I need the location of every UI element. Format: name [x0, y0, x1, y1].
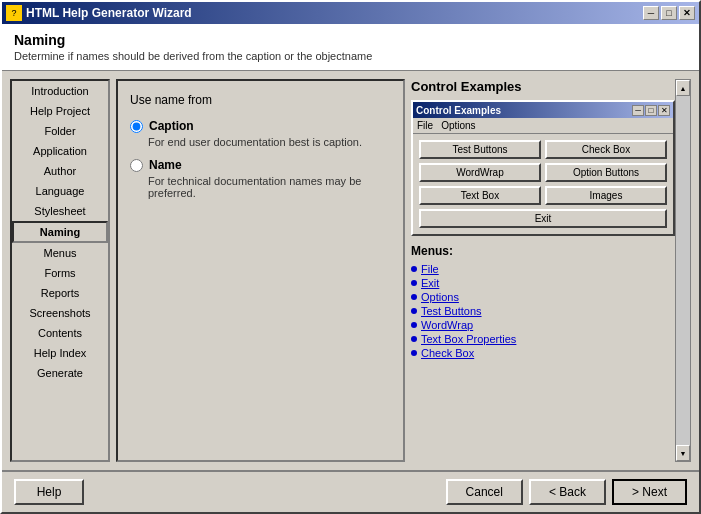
menu-item-options: Options	[411, 290, 675, 304]
sidebar-item-naming[interactable]: Naming	[12, 221, 108, 243]
sidebar-item-screenshots[interactable]: Screenshots	[12, 303, 108, 323]
sidebar-item-stylesheet[interactable]: Stylesheet	[12, 201, 108, 221]
sidebar-item-help-index[interactable]: Help Index	[12, 343, 108, 363]
menu-item-text-file[interactable]: File	[421, 263, 439, 275]
sidebar-item-application[interactable]: Application	[12, 141, 108, 161]
inner-btn-check-box[interactable]: Check Box	[545, 140, 667, 159]
sidebar-item-folder[interactable]: Folder	[12, 121, 108, 141]
inner-buttons-area: Test Buttons Check Box WordWrap Option B…	[413, 134, 673, 234]
inner-btn-wordwrap[interactable]: WordWrap	[419, 163, 541, 182]
inner-window-controls: ─ □ ✕	[632, 105, 670, 116]
caption-radio[interactable]	[130, 120, 143, 133]
sidebar-item-help-project[interactable]: Help Project	[12, 101, 108, 121]
sidebar: Introduction Help Project Folder Applica…	[10, 79, 110, 462]
inner-menu-bar: File Options	[413, 118, 673, 134]
radio-group: Caption For end user documentation best …	[130, 119, 391, 199]
right-scrollbar: ▲ ▼	[675, 79, 691, 462]
window-title: HTML Help Generator Wizard	[26, 6, 192, 20]
menu-bullet	[411, 266, 417, 272]
right-panel-wrapper: Control Examples Control Examples ─ □ ✕ …	[411, 79, 691, 462]
menu-bullet	[411, 280, 417, 286]
maximize-button[interactable]: □	[661, 6, 677, 20]
inner-menu-options[interactable]: Options	[441, 120, 475, 131]
bottom-left: Help	[14, 479, 84, 505]
sidebar-item-generate[interactable]: Generate	[12, 363, 108, 383]
header: Naming Determine if names should be deri…	[2, 24, 699, 71]
sidebar-item-forms[interactable]: Forms	[12, 263, 108, 283]
menu-bullet	[411, 308, 417, 314]
menus-title: Menus:	[411, 244, 675, 258]
cancel-button[interactable]: Cancel	[446, 479, 523, 505]
sidebar-item-author[interactable]: Author	[12, 161, 108, 181]
bottom-right: Cancel < Back > Next	[446, 479, 687, 505]
menu-item-text-options[interactable]: Options	[421, 291, 459, 303]
inner-window-title: Control Examples	[416, 105, 501, 116]
menu-item-text-text-box-props[interactable]: Text Box Properties	[421, 333, 516, 345]
name-option: Name For technical documentation names m…	[130, 158, 391, 199]
sidebar-item-menus[interactable]: Menus	[12, 243, 108, 263]
window-controls: ─ □ ✕	[643, 6, 695, 20]
right-panel: Control Examples Control Examples ─ □ ✕ …	[411, 79, 675, 462]
use-name-label: Use name from	[130, 93, 391, 107]
next-button[interactable]: > Next	[612, 479, 687, 505]
scroll-up-btn[interactable]: ▲	[676, 80, 690, 96]
page-title: Naming	[14, 32, 687, 48]
menu-bullet	[411, 336, 417, 342]
inner-btn-images[interactable]: Images	[545, 186, 667, 205]
menu-bullet	[411, 350, 417, 356]
menu-item-text-box-props: Text Box Properties	[411, 332, 675, 346]
menu-item-text-exit[interactable]: Exit	[421, 277, 439, 289]
scroll-down-btn[interactable]: ▼	[676, 445, 690, 461]
menu-item-test-buttons: Test Buttons	[411, 304, 675, 318]
bottom-bar: Help Cancel < Back > Next	[2, 470, 699, 512]
inner-close-btn[interactable]: ✕	[658, 105, 670, 116]
menu-bullet	[411, 294, 417, 300]
main-window: ? HTML Help Generator Wizard ─ □ ✕ Namin…	[0, 0, 701, 514]
menus-section: Menus: File Exit Options	[411, 244, 675, 360]
name-radio[interactable]	[130, 159, 143, 172]
title-bar: ? HTML Help Generator Wizard ─ □ ✕	[2, 2, 699, 24]
middle-panel: Use name from Caption For end user docum…	[116, 79, 405, 462]
sidebar-item-introduction[interactable]: Introduction	[12, 81, 108, 101]
help-button[interactable]: Help	[14, 479, 84, 505]
inner-minimize-btn[interactable]: ─	[632, 105, 644, 116]
caption-option: Caption For end user documentation best …	[130, 119, 391, 148]
menu-item-file: File	[411, 262, 675, 276]
back-button[interactable]: < Back	[529, 479, 606, 505]
name-radio-row: Name	[130, 158, 391, 172]
main-content: Introduction Help Project Folder Applica…	[2, 71, 699, 470]
inner-btn-text-box[interactable]: Text Box	[419, 186, 541, 205]
control-examples-title: Control Examples	[411, 79, 675, 94]
caption-radio-row: Caption	[130, 119, 391, 133]
sidebar-item-language[interactable]: Language	[12, 181, 108, 201]
inner-maximize-btn[interactable]: □	[645, 105, 657, 116]
inner-window: Control Examples ─ □ ✕ File Options Test…	[411, 100, 675, 236]
caption-description: For end user documentation best is capti…	[148, 136, 391, 148]
svg-text:?: ?	[11, 8, 16, 18]
menu-bullet	[411, 322, 417, 328]
menu-item-wordwrap: WordWrap	[411, 318, 675, 332]
sidebar-item-reports[interactable]: Reports	[12, 283, 108, 303]
inner-btn-exit[interactable]: Exit	[419, 209, 667, 228]
inner-btn-test-buttons[interactable]: Test Buttons	[419, 140, 541, 159]
title-bar-left: ? HTML Help Generator Wizard	[6, 5, 192, 21]
name-description: For technical documentation names may be…	[148, 175, 391, 199]
menu-item-text-test-buttons[interactable]: Test Buttons	[421, 305, 482, 317]
menu-item-exit: Exit	[411, 276, 675, 290]
menu-item-text-check-box[interactable]: Check Box	[421, 347, 474, 359]
menu-item-check-box: Check Box	[411, 346, 675, 360]
minimize-button[interactable]: ─	[643, 6, 659, 20]
sidebar-item-contents[interactable]: Contents	[12, 323, 108, 343]
inner-menu-file[interactable]: File	[417, 120, 433, 131]
scroll-track[interactable]	[676, 96, 690, 445]
caption-label: Caption	[149, 119, 194, 133]
inner-btn-option-buttons[interactable]: Option Buttons	[545, 163, 667, 182]
menu-item-text-wordwrap[interactable]: WordWrap	[421, 319, 473, 331]
page-subtitle: Determine if names should be derived fro…	[14, 50, 687, 62]
close-button[interactable]: ✕	[679, 6, 695, 20]
name-label: Name	[149, 158, 182, 172]
app-icon: ?	[6, 5, 22, 21]
inner-title-bar: Control Examples ─ □ ✕	[413, 102, 673, 118]
